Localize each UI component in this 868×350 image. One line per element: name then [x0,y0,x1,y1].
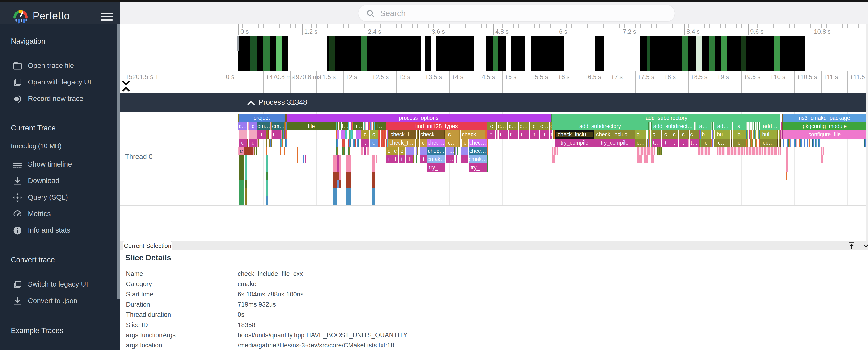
flame-sliver[interactable] [352,139,352,147]
flame-sliver[interactable] [271,139,272,147]
flame-slice[interactable]: t [661,139,670,147]
flame-slice[interactable]: c… [652,130,661,139]
flame-sliver[interactable] [333,172,337,180]
flame-slice[interactable]: c [420,139,427,147]
flame-sliver[interactable] [337,163,339,172]
flame-slice[interactable]: c [386,147,392,155]
flame-sliver[interactable] [413,155,414,163]
flame-slice[interactable]: t… [509,130,518,139]
flame-slice[interactable]: _… [239,130,247,139]
flame-sliver[interactable] [487,139,488,147]
flame-slice[interactable]: check_includ… [594,130,634,139]
flame-sliver[interactable] [245,196,247,205]
flame-slice[interactable]: co… [760,139,777,147]
sidebar-item-open-with-legacy-ui[interactable]: Open with legacy UI [0,76,117,91]
flame-slice[interactable]: c… [445,130,459,139]
flame-sliver[interactable] [245,147,252,155]
flame-sliver[interactable] [418,130,420,139]
flame-sliver[interactable] [239,155,244,163]
flame-sliver[interactable] [651,155,654,163]
flame-sliver[interactable] [416,147,416,155]
sidebar-item-record-new-trace[interactable]: Record new trace [0,93,117,107]
flame-sliver[interactable] [266,147,267,155]
flame-sliver[interactable] [340,122,341,130]
flame-sliver[interactable] [379,139,380,147]
flame-sliver[interactable] [285,130,286,139]
flame-sliver[interactable] [758,130,759,139]
flame-sliver[interactable] [711,139,712,147]
flame-sliver[interactable] [351,130,352,139]
flame-sliver[interactable] [486,130,487,139]
flame-sliver[interactable] [361,147,364,155]
flame-sliver[interactable] [266,130,268,139]
flame-sliver[interactable] [864,139,865,147]
flame-sliver[interactable] [764,147,777,155]
flame-slice[interactable]: t… [446,155,454,163]
flame-sliver[interactable] [345,147,346,155]
flame-sliver[interactable] [378,139,379,147]
flame-sliver[interactable] [245,188,247,196]
flame-slice[interactable]: t [540,130,549,139]
flame-sliver[interactable] [266,172,268,180]
viewport-handle[interactable] [237,36,239,52]
flame-slice[interactable]: t [386,155,392,163]
flame-sliver[interactable] [350,139,351,147]
flame-sliver[interactable] [386,139,387,147]
flame-sliver[interactable] [282,147,282,155]
flame-sliver[interactable] [637,147,655,155]
flame-sliver[interactable] [352,130,353,139]
flame-sliver[interactable] [346,163,351,172]
flame-sliver[interactable] [367,122,367,130]
flame-slice[interactable]: t [679,139,688,147]
flame-sliver[interactable] [269,139,270,147]
flame-sliver[interactable] [346,196,351,205]
flame-sliver[interactable] [786,139,786,147]
flame-sliver[interactable] [371,122,372,130]
flame-sliver[interactable] [349,139,350,147]
sidebar-item-switch-to-legacy-ui[interactable]: Switch to legacy UI [0,278,117,293]
flame-sliver[interactable] [253,147,254,155]
flame-sliver[interactable] [804,139,805,147]
flame-slice[interactable]: t… [272,130,281,139]
flame-slice[interactable]: f… [375,122,386,130]
flame-sliver[interactable] [638,155,642,163]
flame-sliver[interactable] [271,122,272,130]
sidebar-scrollbar[interactable] [117,24,120,299]
flame-sliver[interactable] [337,155,339,163]
overview-minimap[interactable] [237,36,866,71]
flame-slice[interactable]: c [670,130,678,139]
flame-sliver[interactable] [358,139,359,147]
flame-sliver[interactable] [385,130,386,139]
flame-sliver[interactable] [754,130,755,139]
flame-sliver[interactable] [297,147,298,155]
flame-sliver[interactable] [285,139,285,147]
flame-slice[interactable]: t… [499,130,508,139]
flame-sliver[interactable] [372,188,375,196]
flame-slice[interactable]: b [733,130,746,139]
flame-sliver[interactable] [757,139,758,147]
flame-sliver[interactable] [731,139,732,147]
flame-sliver[interactable] [370,122,371,130]
flame-slice[interactable]: c [399,147,405,155]
sidebar-item-metrics[interactable]: Metrics [0,208,117,222]
flame-sliver[interactable] [339,172,341,180]
pan-chevrons-icon[interactable] [122,79,130,93]
flame-sliver[interactable] [785,139,785,147]
flame-slice[interactable]: c… [635,139,646,147]
flame-slice[interactable]: configure_file [783,130,866,139]
sidebar-item-info-and-stats[interactable]: Info and stats [0,224,117,239]
tab-current-selection[interactable]: Current Selection [123,241,172,251]
flame-slice[interactable]: t [461,155,467,163]
flame-sliver[interactable] [384,139,385,147]
flame-sliver[interactable] [753,130,753,139]
flame-slice[interactable]: c… [238,122,247,130]
flame-sliver[interactable] [656,147,662,155]
flame-sliver[interactable] [688,130,689,139]
flame-sliver[interactable] [333,155,337,163]
flame-sliver[interactable] [344,139,345,147]
flame-sliver[interactable] [284,139,284,147]
flame-slice[interactable]: _ [461,147,467,155]
flame-sliver[interactable] [712,130,713,139]
flame-sliver[interactable] [345,139,346,147]
flame-sliver[interactable] [284,122,285,130]
